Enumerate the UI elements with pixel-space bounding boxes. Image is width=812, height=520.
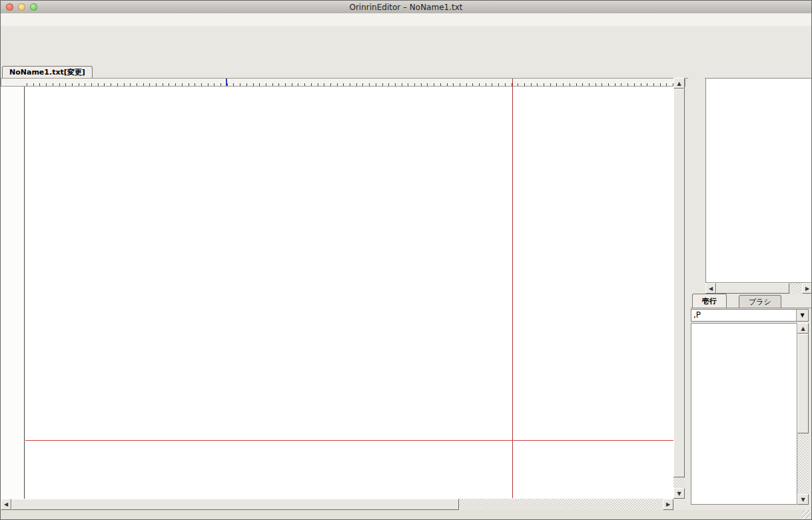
chevron-down-icon[interactable]: ▼ bbox=[796, 310, 808, 321]
toolbar-format-insert-view bbox=[1, 45, 811, 66]
menu-bar bbox=[1, 13, 811, 27]
scroll-up-icon[interactable]: ▲ bbox=[673, 78, 685, 89]
table-scroll-right-icon[interactable]: ▶ bbox=[802, 283, 812, 294]
palette-vscroll-thumb[interactable] bbox=[797, 334, 809, 433]
palette-tab-bar: 壱行 ブラシ bbox=[691, 294, 812, 308]
app-window: OrinrinEditor – NoName1.txt NoName1.txt[… bbox=[0, 0, 812, 520]
line-number-gutter bbox=[1, 87, 25, 499]
palette-select[interactable]: ,P ▼ bbox=[691, 309, 809, 322]
table-hscroll-thumb[interactable] bbox=[716, 283, 789, 294]
document-tab-bar: NoName1.txt[変更] bbox=[1, 65, 811, 79]
editor-canvas[interactable] bbox=[25, 87, 673, 499]
editor-hscrollbar[interactable]: ◀ ▶ bbox=[1, 499, 673, 510]
palette-scroll-down-icon[interactable]: ▼ bbox=[797, 494, 809, 505]
editor-vscroll-thumb[interactable] bbox=[673, 89, 685, 477]
palette-select-value: ,P bbox=[693, 310, 701, 320]
toolbar-file-edit bbox=[1, 26, 811, 45]
editor-vscrollbar[interactable]: ▲ ▼ bbox=[673, 78, 685, 499]
ruler bbox=[1, 78, 685, 87]
character-palette bbox=[691, 323, 797, 505]
scroll-corner bbox=[673, 499, 685, 510]
ruler-mouse-marker bbox=[226, 79, 227, 86]
resize-grip[interactable] bbox=[802, 510, 811, 519]
palette-scroll-up-icon[interactable]: ▲ bbox=[797, 323, 809, 334]
page-width-guide bbox=[512, 79, 513, 498]
scroll-down-icon[interactable]: ▼ bbox=[673, 488, 685, 499]
table-scroll-left-icon[interactable]: ◀ bbox=[705, 283, 716, 294]
document-tab[interactable]: NoName1.txt[変更] bbox=[2, 66, 93, 78]
scroll-left-icon[interactable]: ◀ bbox=[1, 499, 11, 510]
status-bar bbox=[1, 510, 811, 520]
title-bar: OrinrinEditor – NoName1.txt bbox=[1, 1, 811, 14]
scroll-right-icon[interactable]: ▶ bbox=[663, 499, 673, 510]
page-table bbox=[705, 78, 812, 283]
editor-hscroll-thumb[interactable] bbox=[11, 499, 459, 510]
palette-vscrollbar[interactable]: ▲ ▼ bbox=[797, 323, 809, 505]
window-title: OrinrinEditor – NoName1.txt bbox=[1, 3, 811, 12]
tab-brush[interactable]: ブラシ bbox=[739, 295, 781, 308]
page-height-guide bbox=[25, 440, 673, 441]
tab-single-line[interactable]: 壱行 bbox=[692, 294, 727, 308]
table-hscrollbar[interactable]: ◀ ▶ bbox=[705, 283, 812, 294]
